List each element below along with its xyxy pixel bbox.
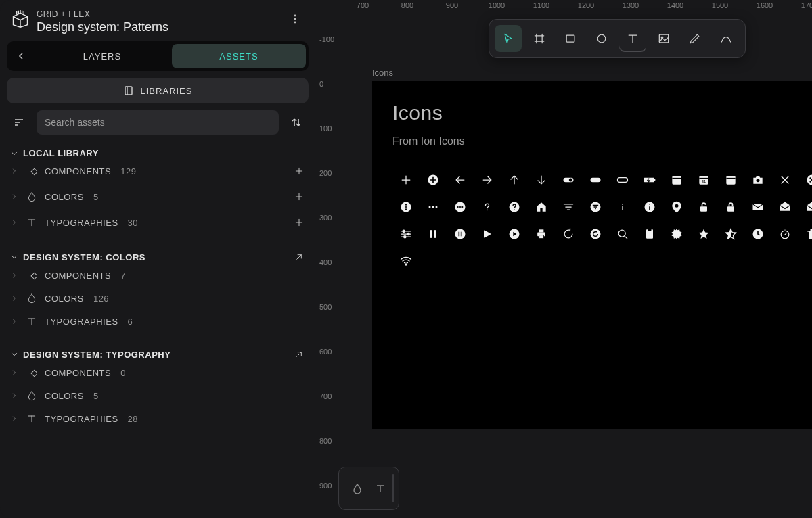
calendar-icon[interactable] <box>663 166 690 193</box>
library-row[interactable]: COMPONENTS 0 <box>7 361 309 384</box>
library-section-header[interactable]: LOCAL LIBRARY <box>7 148 309 158</box>
toggle-outline-icon[interactable] <box>609 166 636 193</box>
star-icon[interactable] <box>690 220 717 248</box>
star-half-icon[interactable] <box>717 220 744 248</box>
svg-rect-53 <box>539 229 544 232</box>
ellipsis-v-circle-icon[interactable] <box>392 193 420 220</box>
svg-point-43 <box>403 230 405 232</box>
library-row[interactable]: TYPOGRAPHIES 30 <box>7 210 309 235</box>
help-icon[interactable] <box>474 193 501 220</box>
pause-icon[interactable] <box>420 220 447 248</box>
external-link-icon[interactable] <box>292 250 306 264</box>
arrow-back-icon[interactable] <box>447 166 474 193</box>
add-circle-icon[interactable] <box>420 166 447 193</box>
library-row[interactable]: COLORS 5 <box>7 384 309 407</box>
clipboard-icon[interactable] <box>636 220 663 248</box>
cursor-tool[interactable] <box>495 25 522 52</box>
filter-circle-icon[interactable] <box>582 193 609 220</box>
toggle-on-icon[interactable] <box>555 166 582 193</box>
pause-circle-icon[interactable] <box>447 220 474 248</box>
row-label: TYPOGRAPHIES <box>45 218 118 228</box>
libraries-button[interactable]: LIBRARIES <box>7 78 309 103</box>
tab-back-button[interactable] <box>9 45 32 68</box>
library-row[interactable]: COMPONENTS 129 <box>7 158 309 184</box>
frame-tool[interactable] <box>526 25 553 52</box>
close-circle-icon[interactable] <box>798 166 812 193</box>
pen-tool[interactable] <box>681 25 708 52</box>
play-icon[interactable] <box>474 220 501 248</box>
time-icon[interactable] <box>744 220 771 248</box>
image-tool[interactable] <box>650 25 677 52</box>
options-icon[interactable] <box>392 220 420 248</box>
svg-point-45 <box>404 236 406 238</box>
chevron-down-icon <box>9 252 19 262</box>
home-icon[interactable] <box>528 193 555 220</box>
library-row[interactable]: COLORS 126 <box>7 287 309 310</box>
ellipsis-h-circle-icon[interactable] <box>447 193 474 220</box>
resize-handle[interactable] <box>392 474 394 502</box>
row-label: TYPOGRAPHIES <box>45 414 118 424</box>
library-row[interactable]: COMPONENTS 7 <box>7 264 309 287</box>
library-section-header[interactable]: DESIGN SYSTEM: TYPOGRAPHY <box>7 348 309 361</box>
text-tool[interactable] <box>619 25 646 52</box>
reload-icon[interactable] <box>582 220 609 248</box>
filter-icon[interactable] <box>555 193 582 220</box>
add-button[interactable] <box>292 190 306 204</box>
trash-icon[interactable] <box>798 220 812 248</box>
color-icon <box>26 191 38 202</box>
library-row[interactable]: TYPOGRAPHIES 28 <box>7 407 309 430</box>
settings-icon[interactable] <box>663 220 690 248</box>
tab-layers[interactable]: LAYERS <box>35 44 169 68</box>
tab-assets[interactable]: ASSETS <box>172 44 306 68</box>
mail-open-icon[interactable] <box>771 193 798 220</box>
rect-tool[interactable] <box>557 25 584 52</box>
calendar-number-icon[interactable]: 31 <box>690 166 717 193</box>
play-circle-icon[interactable] <box>501 220 528 248</box>
battery-charging-icon[interactable] <box>636 166 663 193</box>
mail-open-2-icon[interactable] <box>798 193 812 220</box>
list-filter-button[interactable] <box>7 110 31 135</box>
canvas[interactable]: 7008009001000110012001300140015001600170… <box>315 0 812 518</box>
add-button[interactable] <box>292 216 306 229</box>
more-menu-button[interactable] <box>286 9 304 28</box>
add-icon[interactable] <box>392 166 420 193</box>
sort-button[interactable] <box>284 110 309 135</box>
arrow-forward-icon[interactable] <box>474 166 501 193</box>
floating-style-panel[interactable] <box>338 467 399 510</box>
help-circle-icon[interactable] <box>501 193 528 220</box>
library-section-header[interactable]: DESIGN SYSTEM: COLORS <box>7 250 309 264</box>
mail-icon[interactable] <box>744 193 771 220</box>
svg-point-35 <box>461 206 463 208</box>
refresh-icon[interactable] <box>555 220 582 248</box>
ellipsis-h-icon[interactable] <box>420 193 447 220</box>
add-button[interactable] <box>292 164 306 178</box>
search-assets-input[interactable] <box>37 110 279 135</box>
ruler-tick: 800 <box>401 1 413 9</box>
toggle-pill-icon[interactable] <box>582 166 609 193</box>
timer-icon[interactable] <box>771 220 798 248</box>
print-icon[interactable] <box>528 220 555 248</box>
lock-open-icon[interactable] <box>690 193 717 220</box>
information-icon[interactable] <box>609 193 636 220</box>
library-row[interactable]: COLORS 5 <box>7 184 309 210</box>
svg-rect-41 <box>727 206 734 212</box>
arrow-up-icon[interactable] <box>501 166 528 193</box>
external-link-icon[interactable] <box>292 348 306 361</box>
information-circle-icon[interactable] <box>636 193 663 220</box>
lock-closed-icon[interactable] <box>717 193 744 220</box>
curve-tool[interactable] <box>713 25 740 52</box>
icons-frame[interactable]: Icons From Ion Icons 31 <box>372 81 812 429</box>
close-icon[interactable] <box>771 166 798 193</box>
wifi-icon[interactable] <box>392 248 420 275</box>
camera-icon[interactable] <box>744 166 771 193</box>
arrow-down-icon[interactable] <box>528 166 555 193</box>
calendar-blank-icon[interactable] <box>717 166 744 193</box>
frame-name-label[interactable]: Icons <box>372 68 393 78</box>
ellipse-tool[interactable] <box>588 25 615 52</box>
svg-rect-57 <box>646 229 653 238</box>
svg-point-39 <box>675 204 679 208</box>
search-icon[interactable] <box>609 220 636 248</box>
ruler-tick: 1200 <box>578 1 594 9</box>
location-icon[interactable] <box>663 193 690 220</box>
library-row[interactable]: TYPOGRAPHIES 6 <box>7 310 309 333</box>
